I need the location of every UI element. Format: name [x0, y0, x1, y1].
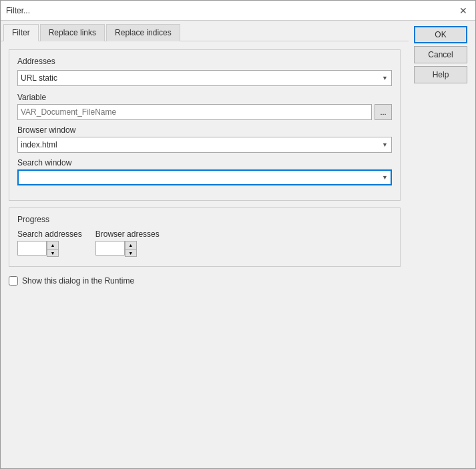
- browser-addresses-field: Browser adresses 10 ▲ ▼: [95, 229, 160, 257]
- runtime-checkbox-row: Show this dialog in the Runtime: [9, 276, 401, 286]
- browser-addresses-down-btn[interactable]: ▼: [126, 249, 136, 256]
- browser-window-label: Browser window: [17, 125, 392, 135]
- content-area: Addresses URL static URL dynamic URL rel…: [1, 41, 409, 468]
- search-window-wrapper: window1 window2: [17, 169, 392, 185]
- search-addresses-label: Search addresses: [17, 229, 82, 239]
- ok-button[interactable]: OK: [414, 26, 467, 43]
- browser-window-wrapper: index.html main.html: [17, 137, 392, 153]
- addresses-label: Addresses: [17, 57, 392, 66]
- tab-bar: Filter Replace links Replace indices: [1, 21, 409, 41]
- search-addresses-up-btn[interactable]: ▲: [47, 242, 58, 249]
- main-content: Filter Replace links Replace indices Add…: [1, 21, 409, 468]
- variable-input-row: ...: [17, 104, 392, 120]
- url-type-select[interactable]: URL static URL dynamic URL relative: [17, 70, 392, 86]
- url-type-wrapper: URL static URL dynamic URL relative: [17, 70, 392, 86]
- tab-filter[interactable]: Filter: [3, 24, 39, 41]
- progress-label: Progress: [17, 215, 392, 224]
- browser-addresses-spinner: 10 ▲ ▼: [95, 241, 160, 257]
- search-addresses-down-btn[interactable]: ▼: [47, 249, 58, 256]
- browser-window-select[interactable]: index.html main.html: [17, 137, 392, 153]
- browse-button[interactable]: ...: [375, 104, 392, 120]
- close-button[interactable]: ✕: [457, 4, 470, 17]
- search-addresses-spinner: 10 ▲ ▼: [17, 241, 82, 257]
- search-addresses-field: Search addresses 10 ▲ ▼: [17, 229, 82, 257]
- search-addresses-spinner-btns: ▲ ▼: [47, 241, 59, 257]
- tab-replace-links[interactable]: Replace links: [40, 24, 105, 41]
- tab-replace-indices[interactable]: Replace indices: [106, 24, 180, 41]
- runtime-checkbox-label: Show this dialog in the Runtime: [22, 276, 134, 286]
- progress-section: Progress Search addresses 10 ▲ ▼: [9, 207, 401, 267]
- cancel-button[interactable]: Cancel: [414, 46, 467, 63]
- title-bar: Filter... ✕: [1, 1, 475, 21]
- browser-window-group: Browser window index.html main.html: [17, 125, 392, 153]
- browser-addresses-up-btn[interactable]: ▲: [126, 242, 136, 249]
- search-window-label: Search window: [17, 158, 392, 167]
- filter-dialog: Filter... ✕ Filter Replace links Replace…: [0, 0, 476, 469]
- variable-label: Variable: [17, 93, 392, 102]
- search-window-group: Search window window1 window2: [17, 158, 392, 185]
- variable-group: Variable ...: [17, 93, 392, 120]
- search-window-select[interactable]: window1 window2: [17, 169, 392, 185]
- runtime-checkbox[interactable]: [9, 276, 18, 286]
- sidebar: OK Cancel Help: [409, 21, 475, 468]
- browser-addresses-spinner-btns: ▲ ▼: [125, 241, 137, 257]
- dialog-title: Filter...: [6, 6, 30, 15]
- search-addresses-input[interactable]: 10: [17, 241, 47, 256]
- help-button[interactable]: Help: [414, 66, 467, 83]
- addresses-section: Addresses URL static URL dynamic URL rel…: [9, 49, 401, 201]
- variable-input[interactable]: [17, 104, 372, 120]
- window-body: Filter Replace links Replace indices Add…: [1, 21, 475, 468]
- progress-row: Search addresses 10 ▲ ▼ Browser adresses: [17, 229, 392, 257]
- browser-addresses-input[interactable]: 10: [95, 241, 125, 256]
- browser-addresses-label: Browser adresses: [95, 229, 160, 239]
